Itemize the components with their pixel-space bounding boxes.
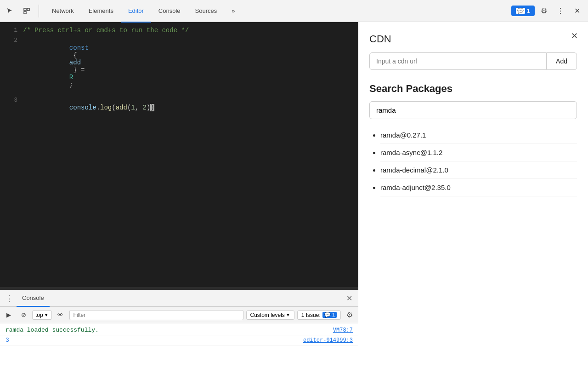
devtools-toolbar: Network Elements Editor Console Sources … xyxy=(0,0,588,22)
package-item-1[interactable]: ramda-async@1.1.2 xyxy=(380,144,577,161)
cdn-url-input[interactable] xyxy=(369,52,547,70)
cursor-tool-icon[interactable] xyxy=(4,5,17,17)
tab-network[interactable]: Network xyxy=(45,0,81,23)
output-line-1: ramda loaded successfully. VM78:7 xyxy=(0,325,358,335)
code-editor: 1 /* Press ctrl+s or cmd+s to run the co… xyxy=(0,22,358,287)
issue-badge[interactable]: 1 Issue: 💬 1 xyxy=(297,310,341,320)
tab-more[interactable]: » xyxy=(224,0,242,23)
package-list: ramda@0.27.1 ramda-async@1.1.2 ramda-dec… xyxy=(369,126,577,196)
chevron-down-icon: ▼ xyxy=(286,312,290,317)
svg-rect-1 xyxy=(27,8,29,11)
main-area: 1 /* Press ctrl+s or cmd+s to run the co… xyxy=(0,22,588,368)
console-tab[interactable]: Console xyxy=(17,290,50,307)
console-toolbar: ▶ ⊘ top ▼ 👁 Custom levels ▼ 1 Issue: 💬 1… xyxy=(0,307,358,323)
console-output: ramda loaded successfully. VM78:7 3 edit… xyxy=(0,323,358,368)
console-tab-bar: ⋮ Console ✕ xyxy=(0,290,358,307)
tab-sources[interactable]: Sources xyxy=(188,0,225,23)
badge-button[interactable]: 💬 1 xyxy=(511,6,535,16)
tab-editor[interactable]: Editor xyxy=(121,0,151,23)
search-packages-input[interactable] xyxy=(369,101,577,119)
more-icon[interactable]: ⋮ xyxy=(553,4,568,18)
cdn-close-button[interactable]: ✕ xyxy=(568,29,581,42)
package-item-3[interactable]: ramda-adjunct@2.35.0 xyxy=(380,179,577,196)
top-dropdown[interactable]: top ▼ xyxy=(32,310,52,320)
badge-count: 1 xyxy=(527,7,530,14)
play-icon[interactable]: ▶ xyxy=(3,309,15,321)
svg-rect-2 xyxy=(24,12,26,14)
tab-console[interactable]: Console xyxy=(151,0,188,23)
right-panel: ✕ CDN Add Search Packages ramda@0.27.1 r… xyxy=(358,22,588,368)
search-packages-title: Search Packages xyxy=(369,83,577,95)
eye-icon[interactable]: 👁 xyxy=(55,309,67,321)
package-item-0[interactable]: ramda@0.27.1 xyxy=(380,126,577,144)
output-link-1[interactable]: VM78:7 xyxy=(333,327,353,334)
settings-icon[interactable]: ⚙ xyxy=(537,4,551,18)
tab-elements[interactable]: Elements xyxy=(81,0,121,23)
toolbar-right: 💬 1 ⚙ ⋮ ✕ xyxy=(511,4,588,18)
cdn-title: CDN xyxy=(369,33,577,45)
toolbar-left xyxy=(0,5,45,17)
console-menu-icon[interactable]: ⋮ xyxy=(4,293,15,304)
code-line-1: 1 /* Press ctrl+s or cmd+s to run the co… xyxy=(0,26,358,36)
inspect-tool-icon[interactable] xyxy=(20,5,33,17)
close-icon[interactable]: ✕ xyxy=(570,4,584,18)
console-settings-icon[interactable]: ⚙ xyxy=(344,309,356,321)
output-link-2[interactable]: editor-914999:3 xyxy=(303,337,353,344)
code-line-3: 3 console.log(add(1, 2)) xyxy=(0,96,358,119)
svg-rect-0 xyxy=(24,8,26,11)
code-line-2: 2 const { add } = R ; xyxy=(0,36,358,96)
filter-input[interactable] xyxy=(69,310,243,320)
code-area[interactable]: 1 /* Press ctrl+s or cmd+s to run the co… xyxy=(0,22,358,287)
badge-icon: 💬 xyxy=(516,8,525,14)
custom-levels-dropdown[interactable]: Custom levels ▼ xyxy=(246,310,294,320)
console-close-icon[interactable]: ✕ xyxy=(344,293,355,304)
chevron-down-icon: ▼ xyxy=(44,312,49,317)
output-line-2: 3 editor-914999:3 xyxy=(0,335,358,345)
console-panel: ⋮ Console ✕ ▶ ⊘ top ▼ 👁 Custom xyxy=(0,290,358,368)
package-item-2[interactable]: ramda-decimal@2.1.0 xyxy=(380,161,577,179)
issue-count-badge: 💬 1 xyxy=(322,312,337,318)
block-icon[interactable]: ⊘ xyxy=(17,309,29,321)
toolbar-separator xyxy=(39,5,39,17)
cdn-add-button[interactable]: Add xyxy=(547,52,577,70)
cdn-input-row: Add xyxy=(369,52,577,70)
